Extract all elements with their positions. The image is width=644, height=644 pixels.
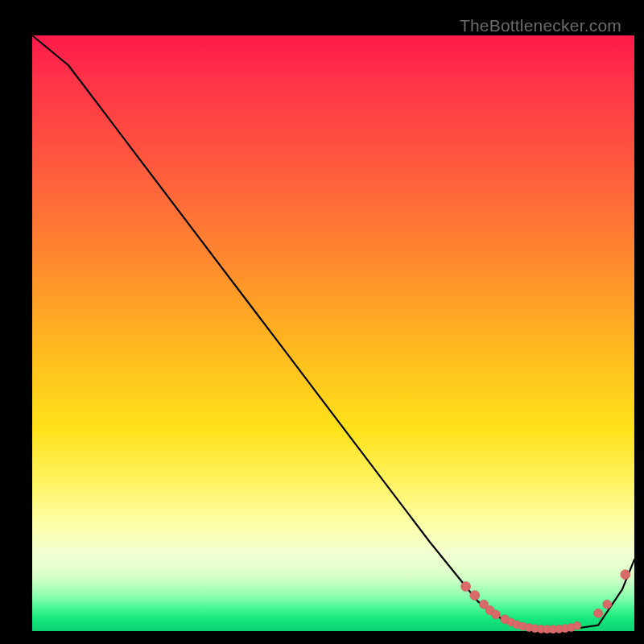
chart-frame: TheBottlenecker.com: [11, 11, 633, 633]
curve-marker: [461, 582, 471, 592]
curve-marker: [603, 600, 612, 609]
curve-marker: [621, 570, 630, 580]
watermark-label: TheBottlenecker.com: [460, 16, 621, 35]
curve-marker: [492, 610, 501, 619]
curve-marker: [470, 591, 480, 601]
plot-area: [32, 35, 634, 631]
curve-markers: [461, 570, 630, 634]
curve-marker: [594, 609, 603, 617]
curve-path: [32, 35, 634, 630]
curve-marker: [573, 621, 581, 630]
bottleneck-curve: [32, 35, 634, 631]
